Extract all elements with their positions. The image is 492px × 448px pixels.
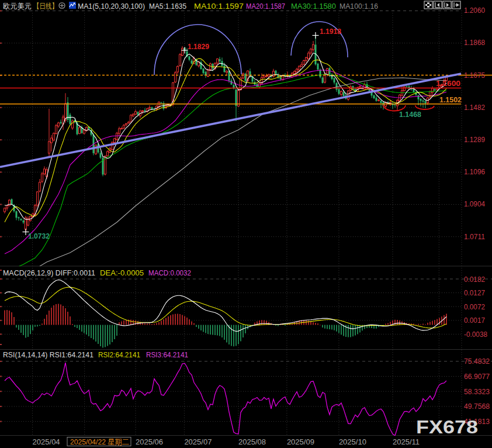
svg-text:MACD:0.0032: MACD:0.0032: [148, 268, 191, 277]
svg-text:75.4832: 75.4832: [464, 357, 490, 366]
svg-text:1.2060: 1.2060: [464, 6, 485, 15]
svg-text:2025/04/22 星期二: 2025/04/22 星期二: [70, 437, 129, 446]
svg-text:1.1096: 1.1096: [464, 167, 485, 176]
svg-text:2025/08: 2025/08: [238, 437, 266, 446]
svg-text:【日线】: 【日线】: [33, 2, 58, 11]
svg-text:49.7568: 49.7568: [464, 402, 490, 411]
svg-text:0.0127: 0.0127: [464, 288, 485, 297]
svg-text:DEA:-0.0005: DEA:-0.0005: [100, 268, 144, 277]
svg-text:2025/06: 2025/06: [136, 437, 163, 446]
svg-text:1.1468: 1.1468: [399, 110, 421, 119]
svg-text:2025/09: 2025/09: [287, 437, 314, 446]
svg-text:0.0182: 0.0182: [464, 275, 485, 284]
svg-text:2025/10: 2025/10: [339, 437, 366, 446]
svg-text:1.1868: 1.1868: [464, 38, 485, 47]
svg-text:MA5:1.1635: MA5:1.1635: [149, 2, 186, 11]
svg-text:欧元美元: 欧元美元: [3, 2, 32, 11]
svg-text:MA10:1.1597: MA10:1.1597: [194, 2, 244, 11]
svg-text:1.1829: 1.1829: [188, 42, 209, 51]
svg-text:2025/07: 2025/07: [184, 437, 212, 446]
svg-text:MA100:1.16: MA100:1.16: [339, 2, 378, 11]
svg-text:0.0017: 0.0017: [464, 316, 485, 325]
svg-text:0.0072: 0.0072: [464, 302, 485, 311]
svg-text:1.0732: 1.0732: [28, 232, 50, 240]
svg-text:58.3323: 58.3323: [464, 387, 490, 396]
svg-text:1.1482: 1.1482: [464, 103, 485, 112]
svg-text:1.1675: 1.1675: [464, 71, 485, 80]
svg-text:RSI3:64.2141: RSI3:64.2141: [146, 350, 188, 359]
svg-text:1.1918: 1.1918: [320, 27, 341, 36]
svg-text:RSI2:64.2141: RSI2:64.2141: [98, 350, 140, 359]
svg-text:MACD(26,12,9) DIFF:0.0011: MACD(26,12,9) DIFF:0.0011: [3, 268, 95, 277]
svg-text:2025/11: 2025/11: [393, 437, 420, 446]
svg-text:-0.0038: -0.0038: [464, 330, 487, 339]
svg-text:1.0711: 1.0711: [464, 232, 485, 241]
svg-text:1.1502: 1.1502: [439, 95, 462, 104]
svg-text:66.9077: 66.9077: [464, 372, 490, 381]
svg-text:1.1600: 1.1600: [436, 79, 460, 88]
svg-text:2025/04: 2025/04: [33, 437, 60, 446]
svg-text:RSI(14,14,14) RSI1:64.2141: RSI(14,14,14) RSI1:64.2141: [3, 350, 93, 359]
svg-text:MA20:1.1587: MA20:1.1587: [246, 2, 285, 11]
svg-text:1.1289: 1.1289: [464, 135, 485, 144]
svg-text:MA1(5,10,20,30,100): MA1(5,10,20,30,100): [78, 2, 145, 11]
svg-text:MA30:1.1580: MA30:1.1580: [291, 2, 336, 11]
svg-text:FX678: FX678: [416, 417, 478, 437]
svg-text:1.0904: 1.0904: [464, 199, 485, 208]
